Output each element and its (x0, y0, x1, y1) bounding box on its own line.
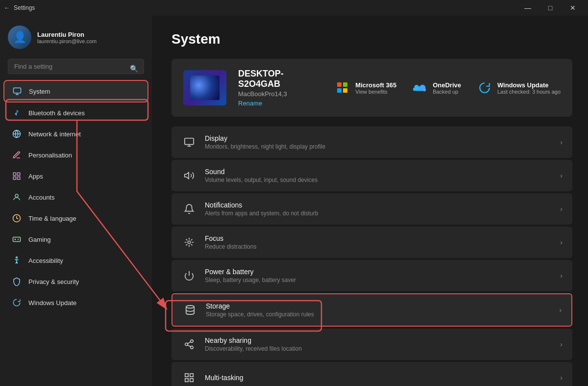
settings-label-sound: Sound (205, 168, 552, 176)
sidebar-item-gaming[interactable]: Gaming (4, 229, 148, 250)
avatar: 👤 (8, 26, 31, 49)
close-button[interactable]: ✕ (562, 0, 584, 16)
sidebar-icon-privacy (12, 277, 22, 286)
sidebar-item-time[interactable]: Time & language (4, 208, 148, 229)
settings-icon-notifications (181, 201, 197, 217)
chevron-icon-sound: › (560, 172, 563, 180)
settings-label-power: Power & battery (205, 268, 552, 276)
settings-icon-display (181, 134, 197, 150)
sidebar-item-personalisation[interactable]: Personalisation (4, 145, 148, 165)
sidebar-label-personalisation: Personalisation (28, 152, 72, 159)
settings-desc-notifications: Alerts from apps and system, do not dist… (205, 210, 552, 217)
settings-text-focus: FocusReduce distractions (205, 234, 552, 250)
svg-point-15 (191, 340, 194, 343)
svg-point-17 (191, 346, 194, 349)
user-profile[interactable]: 👤 Laurentiu Piron laurentiu.piron@live.c… (0, 16, 152, 57)
sidebar-item-bluetooth[interactable]: Bluetooth & devices (4, 103, 148, 123)
settings-text-sound: SoundVolume levels, output, input, sound… (205, 168, 552, 183)
settings-label-focus: Focus (205, 234, 552, 242)
svg-point-12 (188, 241, 191, 244)
sidebar-label-windows-update: Windows Update (28, 299, 76, 307)
sidebar-item-network[interactable]: Network & internet (4, 124, 148, 144)
svg-rect-10 (185, 138, 194, 145)
settings-label-storage: Storage (206, 302, 551, 310)
device-rename-link[interactable]: Rename (238, 100, 323, 107)
svg-line-18 (188, 345, 191, 347)
user-name: Laurentiu Piron (37, 31, 97, 38)
chevron-icon-storage: › (559, 306, 562, 314)
settings-item-notifications[interactable]: NotificationsAlerts from apps and system… (172, 193, 572, 225)
sidebar-label-apps: Apps (28, 173, 43, 180)
svg-rect-21 (190, 374, 193, 377)
sidebar-icon-gaming (12, 234, 22, 244)
service-info-ms365: Microsoft 365View benefits (355, 81, 396, 95)
chevron-icon-power: › (560, 272, 563, 280)
settings-item-sound[interactable]: SoundVolume levels, output, input, sound… (172, 160, 572, 191)
device-model: MacBookPro14,3 (238, 90, 323, 98)
chevron-icon-focus: › (560, 238, 563, 246)
titlebar-title: Settings (14, 4, 35, 11)
settings-desc-power: Sleep, battery usage, battery saver (205, 277, 552, 283)
sidebar-icon-accessibility (12, 256, 22, 265)
service-icon-onedrive (412, 80, 428, 96)
user-info: Laurentiu Piron laurentiu.piron@live.com (37, 31, 97, 44)
maximize-button[interactable]: □ (539, 0, 562, 16)
settings-text-power: Power & batterySleep, battery usage, bat… (205, 268, 552, 283)
service-windows-update[interactable]: Windows UpdateLast checked: 3 hours ago (477, 80, 561, 96)
search-input[interactable] (8, 59, 144, 74)
sidebar-label-network: Network & internet (28, 130, 81, 138)
chevron-icon-display: › (560, 138, 563, 146)
sidebar-icon-windows-update (12, 298, 22, 308)
service-name-ms365: Microsoft 365 (355, 81, 396, 89)
settings-item-nearby[interactable]: Nearby sharingDiscoverability, received … (172, 329, 572, 360)
sidebar-item-apps[interactable]: Apps (4, 166, 148, 186)
app-body: 👤 Laurentiu Piron laurentiu.piron@live.c… (0, 16, 588, 386)
svg-point-16 (185, 343, 188, 346)
user-email: laurentiu.piron@live.com (37, 38, 97, 44)
svg-rect-5 (18, 177, 20, 180)
sidebar-icon-bluetooth (12, 108, 22, 118)
device-card: DESKTOP-S2O4GAB MacBookPro14,3 Rename Mi… (172, 59, 572, 117)
svg-rect-22 (185, 379, 188, 382)
svg-rect-3 (18, 173, 20, 175)
service-icon-windows-update (477, 80, 492, 96)
service-onedrive[interactable]: OneDriveBacked up (412, 80, 461, 96)
sidebar-icon-time (12, 213, 22, 223)
service-name-onedrive: OneDrive (433, 81, 461, 89)
svg-point-14 (186, 306, 195, 309)
settings-item-multitasking[interactable]: Multi-tasking› (172, 362, 572, 386)
svg-rect-8 (13, 237, 21, 242)
sidebar-label-bluetooth: Bluetooth & devices (28, 109, 85, 117)
sidebar-item-windows-update[interactable]: Windows Update (4, 292, 148, 313)
sidebar-item-accessibility[interactable]: Accessibility (4, 250, 148, 271)
sidebar-label-time: Time & language (28, 215, 76, 222)
svg-point-9 (16, 257, 18, 258)
device-thumbnail (183, 70, 226, 105)
sidebar-item-accounts[interactable]: Accounts (4, 187, 148, 207)
svg-marker-11 (185, 173, 189, 179)
sidebar-item-system[interactable]: System (4, 80, 148, 102)
settings-item-display[interactable]: DisplayMonitors, brightness, night light… (172, 127, 572, 158)
minimize-button[interactable]: — (516, 0, 539, 16)
back-icon[interactable]: ← (4, 4, 10, 11)
settings-label-multitasking: Multi-tasking (205, 374, 552, 382)
sidebar-item-privacy[interactable]: Privacy & security (4, 271, 148, 292)
settings-item-power[interactable]: Power & batterySleep, battery usage, bat… (172, 260, 572, 291)
svg-point-6 (15, 194, 18, 197)
svg-rect-4 (13, 177, 16, 180)
settings-icon-power (181, 268, 197, 283)
sidebar-icon-network (12, 129, 22, 139)
settings-text-notifications: NotificationsAlerts from apps and system… (205, 201, 552, 217)
settings-text-multitasking: Multi-tasking (205, 374, 552, 382)
settings-icon-sound (181, 168, 197, 183)
chevron-icon-notifications: › (560, 205, 563, 213)
service-sub-ms365: View benefits (355, 89, 396, 95)
settings-desc-focus: Reduce distractions (205, 243, 552, 250)
sidebar-label-gaming: Gaming (28, 236, 51, 243)
settings-item-focus[interactable]: FocusReduce distractions› (172, 227, 572, 258)
service-ms365[interactable]: Microsoft 365View benefits (335, 80, 396, 96)
settings-desc-display: Monitors, brightness, night light, displ… (205, 143, 552, 150)
device-info: DESKTOP-S2O4GAB MacBookPro14,3 Rename (238, 69, 323, 107)
settings-label-display: Display (205, 134, 552, 142)
settings-item-storage[interactable]: StorageStorage space, drives, configurat… (172, 293, 572, 327)
